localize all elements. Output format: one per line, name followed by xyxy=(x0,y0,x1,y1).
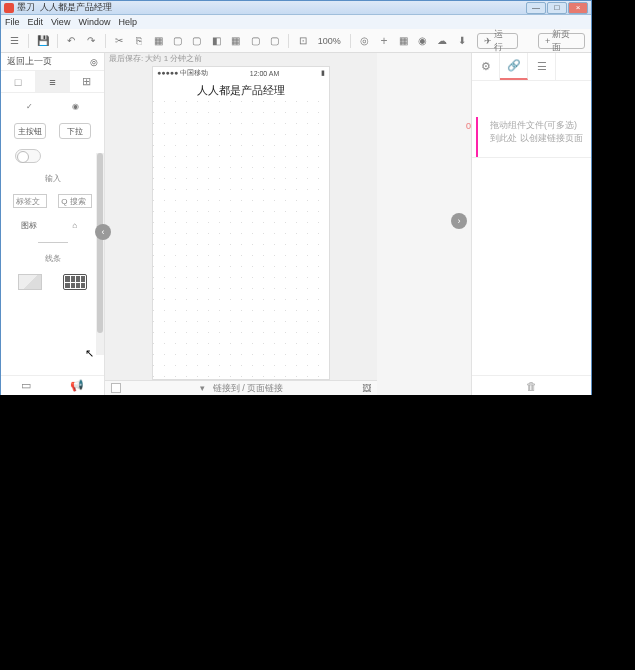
keyboard-widget[interactable] xyxy=(63,274,87,290)
canvas-panel: 最后保存: 大约 1 分钟之前 ? ‹ ●●●●● 中国移动 12:00 AM … xyxy=(105,53,377,395)
mouse-cursor: ↖ xyxy=(85,347,94,360)
window-title: 墨刀 人人都是产品经理 xyxy=(17,1,526,14)
left-panel: 返回上一页 ◎ □ ≡ ⊞ ✓ ◉ 主按钮 下拉 输入 xyxy=(1,53,105,395)
menu-file[interactable]: File xyxy=(5,17,20,27)
app-icon xyxy=(4,3,14,13)
textfield-widget[interactable]: 标签文 xyxy=(13,194,47,208)
back-link[interactable]: 返回上一页 xyxy=(7,55,52,68)
left-footer: ▭ 📢 xyxy=(1,375,104,395)
link-label[interactable]: 链接到 / 页面链接 xyxy=(213,382,284,395)
menu-view[interactable]: View xyxy=(51,17,70,27)
undo-icon[interactable]: ↶ xyxy=(64,33,79,49)
main-area: 返回上一页 ◎ □ ≡ ⊞ ✓ ◉ 主按钮 下拉 输入 xyxy=(1,53,591,395)
battery-icon: ▮ xyxy=(321,69,325,77)
target-icon[interactable]: ◎ xyxy=(357,33,372,49)
widget-palette: ✓ ◉ 主按钮 下拉 输入 标签文 Q 搜索 图标 ⌂ xyxy=(1,93,104,375)
status-bar: ●●●●● 中国移动 12:00 AM ▮ xyxy=(153,67,329,79)
dropdown-widget[interactable]: 下拉 xyxy=(59,123,91,139)
save-hint: 最后保存: 大约 1 分钟之前 xyxy=(105,53,377,64)
next-page-button[interactable]: › xyxy=(451,213,467,229)
searchfield-widget[interactable]: Q 搜索 xyxy=(58,194,92,208)
switch-widget[interactable] xyxy=(15,149,41,163)
tab-layers[interactable]: ≡ xyxy=(35,71,69,92)
trash-icon[interactable]: 🗑 xyxy=(526,380,537,392)
grid-icon[interactable]: ▦ xyxy=(396,33,411,49)
icon-widget[interactable]: 图标 xyxy=(21,220,37,231)
tool6-icon[interactable]: ▢ xyxy=(267,33,282,49)
menu-help[interactable]: Help xyxy=(118,17,137,27)
zoom-label[interactable]: 100% xyxy=(315,36,344,46)
right-body: 0 拖动组件文件(可多选)到此处 以创建链接页面 xyxy=(472,81,591,375)
menu-window[interactable]: Window xyxy=(78,17,110,27)
section-line: 线条 xyxy=(7,253,98,264)
tab-gear[interactable]: ⚙ xyxy=(472,53,500,80)
paste-icon[interactable]: ▦ xyxy=(150,33,165,49)
plus-icon[interactable]: + xyxy=(376,33,391,49)
device-canvas[interactable] xyxy=(153,101,329,379)
copy-icon[interactable]: ⎘ xyxy=(131,33,146,49)
page-title: 人人都是产品经理 xyxy=(153,79,329,101)
redo-icon[interactable]: ↷ xyxy=(83,33,98,49)
device-frame[interactable]: ●●●●● 中国移动 12:00 AM ▮ 人人都是产品经理 xyxy=(152,66,330,380)
section-input: 输入 xyxy=(7,173,98,184)
horn-icon[interactable]: 📢 xyxy=(70,379,84,392)
download-icon[interactable]: ⬇ xyxy=(454,33,469,49)
footer-checkbox[interactable] xyxy=(111,383,121,393)
divider-widget[interactable] xyxy=(38,242,68,243)
tool4-icon[interactable]: ▦ xyxy=(228,33,243,49)
menu-edit[interactable]: Edit xyxy=(28,17,44,27)
save-icon[interactable]: 💾 xyxy=(35,33,50,49)
tool5-icon[interactable]: ▢ xyxy=(248,33,263,49)
cloud-icon[interactable]: ☁ xyxy=(434,33,449,49)
minimize-button[interactable]: — xyxy=(526,2,546,14)
check-widget[interactable]: ✓ xyxy=(21,99,39,113)
drop-hint: 拖动组件文件(可多选)到此处 以创建链接页面 xyxy=(490,119,583,144)
right-tabs: ⚙ 🔗 ☰ xyxy=(472,53,591,81)
maximize-button[interactable]: □ xyxy=(547,2,567,14)
canvas-area[interactable]: ? ‹ ●●●●● 中国移动 12:00 AM ▮ 人人都是产品经理 xyxy=(105,64,377,380)
prev-page-button[interactable]: ‹ xyxy=(95,224,111,240)
time-label: 12:00 AM xyxy=(250,70,280,77)
titlebar: 墨刀 人人都是产品经理 — □ × xyxy=(1,1,591,15)
home-widget[interactable]: ⌂ xyxy=(66,218,84,232)
radio-widget[interactable]: ◉ xyxy=(66,99,84,113)
left-tabs: □ ≡ ⊞ xyxy=(1,71,104,93)
menu-icon[interactable]: ☰ xyxy=(7,33,22,49)
app-window: 墨刀 人人都是产品经理 — □ × File Edit View Window … xyxy=(0,0,592,395)
left-scrollbar[interactable] xyxy=(96,153,104,355)
tool3-icon[interactable]: ◧ xyxy=(209,33,224,49)
chevron-down-icon[interactable]: ▾ xyxy=(200,383,205,393)
cut-icon[interactable]: ✂ xyxy=(112,33,127,49)
card-icon[interactable]: ▭ xyxy=(21,379,31,392)
button-widget[interactable]: 主按钮 xyxy=(14,123,46,139)
tab-list[interactable]: ☰ xyxy=(528,53,556,80)
right-footer: 🗑 xyxy=(472,375,591,395)
close-button[interactable]: × xyxy=(568,2,588,14)
carrier-label: ●●●●● 中国移动 xyxy=(157,68,208,78)
image-icon[interactable]: 🖼 xyxy=(362,383,371,393)
link-count: 0 xyxy=(466,121,471,131)
tab-link[interactable]: 🔗 xyxy=(500,53,528,80)
tool-icon[interactable]: ▢ xyxy=(170,33,185,49)
target2-icon[interactable]: ◎ xyxy=(90,57,98,67)
toolbar: ☰ 💾 ↶ ↷ ✂ ⎘ ▦ ▢ ▢ ◧ ▦ ▢ ▢ ⊡ 100% ◎ + ▦ ◉… xyxy=(1,29,591,53)
tool2-icon[interactable]: ▢ xyxy=(189,33,204,49)
new-page-button[interactable]: +新页面 xyxy=(538,33,585,49)
right-panel: ⚙ 🔗 ☰ 0 拖动组件文件(可多选)到此处 以创建链接页面 🗑 xyxy=(471,53,591,395)
eye-icon[interactable]: ◉ xyxy=(415,33,430,49)
tab-assets[interactable]: ⊞ xyxy=(70,71,104,92)
tab-components[interactable]: □ xyxy=(1,71,35,92)
fit-icon[interactable]: ⊡ xyxy=(295,33,310,49)
left-header: 返回上一页 ◎ xyxy=(1,53,104,71)
canvas-footer: ▾ 链接到 / 页面链接 🖼 xyxy=(105,380,377,395)
image-widget[interactable] xyxy=(18,274,42,290)
run-button[interactable]: ✈运行 xyxy=(477,33,518,49)
